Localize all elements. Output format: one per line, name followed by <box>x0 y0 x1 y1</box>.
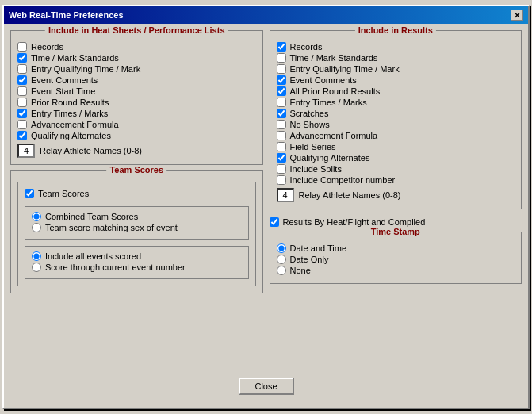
res-qual-alts-row: Qualifying Alternates <box>277 153 515 163</box>
res-all-prior-row: All Prior Round Results <box>277 86 515 96</box>
res-time-mark-row: Time / Mark Standards <box>277 53 515 63</box>
timestamp-group: Time Stamp Date and Time Date Only None <box>270 232 522 284</box>
ts-none-label: None <box>290 266 311 275</box>
ts-date-time-radio[interactable] <box>277 243 286 253</box>
include-all-events-radio[interactable] <box>32 251 41 261</box>
hs-event-comments-checkbox[interactable] <box>17 75 27 85</box>
hs-qual-alts-row: Qualifying Alternates <box>17 131 256 140</box>
res-include-competitor-checkbox[interactable] <box>277 175 286 185</box>
hs-prior-round-row: Prior Round Results <box>17 98 256 107</box>
hs-entry-qual-checkbox[interactable] <box>17 64 27 74</box>
res-field-series-label: Field Series <box>290 142 336 151</box>
res-qual-alts-label: Qualifying Alternates <box>290 153 370 163</box>
team-scores-radio-group2: Include all events scored Score through … <box>25 246 249 279</box>
results-by-heat-label: Results By Heat/Flight and Compiled <box>283 217 426 227</box>
res-include-competitor-row: Include Competitor number <box>277 175 515 185</box>
res-no-shows-row: No Shows <box>277 120 515 129</box>
res-scratches-checkbox[interactable] <box>277 109 286 118</box>
combined-team-radio[interactable] <box>32 212 41 221</box>
main-row: Include in Heat Sheets / Performance Lis… <box>10 30 522 368</box>
res-entry-times-label: Entry Times / Marks <box>290 98 367 107</box>
heat-sheets-group: Include in Heat Sheets / Performance Lis… <box>10 30 263 165</box>
res-include-competitor-label: Include Competitor number <box>290 175 396 185</box>
hs-time-mark-checkbox[interactable] <box>17 53 27 63</box>
right-column: Include in Results Records Time / Mark S… <box>270 30 522 368</box>
hs-entry-times-checkbox[interactable] <box>17 109 27 118</box>
hs-entry-qual-row: Entry Qualifying Time / Mark <box>17 64 256 74</box>
res-event-comments-checkbox[interactable] <box>277 75 286 85</box>
ts-date-time-row: Date and Time <box>277 243 515 253</box>
res-qual-alts-checkbox[interactable] <box>277 153 286 163</box>
heat-sheets-label: Include in Heat Sheets / Performance Lis… <box>45 25 228 35</box>
res-time-mark-checkbox[interactable] <box>277 53 286 63</box>
res-records-label: Records <box>290 42 323 52</box>
res-include-splits-checkbox[interactable] <box>277 164 286 174</box>
include-all-events-label: Include all events scored <box>45 251 141 261</box>
res-advancement-label: Advancement Formula <box>290 131 378 140</box>
ts-none-radio[interactable] <box>277 266 286 275</box>
res-all-prior-label: All Prior Round Results <box>290 86 381 96</box>
left-column: Include in Heat Sheets / Performance Lis… <box>10 30 263 368</box>
title-bar: Web Real-Time Preferences ✕ <box>4 6 528 24</box>
res-entry-times-checkbox[interactable] <box>277 98 286 107</box>
combined-team-label: Combined Team Scores <box>45 212 138 221</box>
team-scores-inner: Team Scores Combined Team Scores Team sc… <box>17 182 256 286</box>
ts-date-only-radio[interactable] <box>277 255 286 264</box>
hs-advancement-checkbox[interactable] <box>17 120 27 129</box>
res-records-checkbox[interactable] <box>277 42 286 52</box>
score-through-current-radio[interactable] <box>32 263 41 272</box>
hs-relay-input[interactable] <box>17 144 35 158</box>
res-relay-label: Relay Athlete Names (0-8) <box>299 190 401 200</box>
hs-records-checkbox[interactable] <box>17 42 27 52</box>
res-relay-input[interactable] <box>277 188 294 202</box>
res-relay-row: Relay Athlete Names (0-8) <box>277 188 515 202</box>
content-area: Include in Heat Sheets / Performance Lis… <box>4 24 528 408</box>
score-through-current-label: Score through current event number <box>45 263 186 272</box>
res-event-comments-row: Event Comments <box>277 75 515 85</box>
res-all-prior-checkbox[interactable] <box>277 86 286 96</box>
res-entry-qual-label: Entry Qualifying Time / Mark <box>290 64 400 74</box>
hs-time-mark-row: Time / Mark Standards <box>17 53 256 63</box>
hs-records-label: Records <box>31 42 63 52</box>
hs-prior-round-checkbox[interactable] <box>17 98 27 107</box>
res-include-splits-row: Include Splits <box>277 164 515 174</box>
timestamp-group-label: Time Stamp <box>368 227 423 236</box>
hs-relay-row: Relay Athlete Names (0-8) <box>17 144 256 158</box>
hs-event-start-checkbox[interactable] <box>17 86 27 96</box>
res-entry-times-row: Entry Times / Marks <box>277 98 515 107</box>
res-entry-qual-checkbox[interactable] <box>277 64 286 74</box>
res-records-row: Records <box>277 42 515 52</box>
res-no-shows-label: No Shows <box>290 120 330 129</box>
hs-qual-alts-checkbox[interactable] <box>17 131 27 140</box>
team-sex-radio[interactable] <box>32 223 41 232</box>
team-scores-section: Team Scores Team Scores Combined Team Sc… <box>10 170 263 293</box>
ts-none-row: None <box>277 266 515 275</box>
hs-qual-alts-label: Qualifying Alternates <box>31 131 111 140</box>
res-field-series-row: Field Series <box>277 142 515 151</box>
ts-date-only-row: Date Only <box>277 255 515 264</box>
results-by-row: Results By Heat/Flight and Compiled <box>270 217 522 227</box>
team-score-sex-row: Team score matching sex of event <box>32 223 242 232</box>
team-scores-outer-label: Team Scores <box>106 165 166 174</box>
window-close-button[interactable]: ✕ <box>511 10 523 21</box>
close-button[interactable]: Close <box>239 378 294 395</box>
results-group-label: Include in Results <box>355 25 436 35</box>
hs-records-row: Records <box>17 42 256 52</box>
ts-date-only-label: Date Only <box>290 255 329 264</box>
res-advancement-checkbox[interactable] <box>277 131 286 140</box>
hs-entry-qual-label: Entry Qualifying Time / Mark <box>31 64 140 74</box>
res-no-shows-checkbox[interactable] <box>277 120 286 129</box>
ts-date-time-label: Date and Time <box>290 243 347 253</box>
res-event-comments-label: Event Comments <box>290 75 357 85</box>
footer: Close <box>10 373 522 401</box>
results-by-heat-checkbox[interactable] <box>270 217 279 227</box>
hs-relay-label: Relay Athlete Names (0-8) <box>40 146 142 155</box>
team-scores-checkbox[interactable] <box>25 189 34 198</box>
hs-advancement-label: Advancement Formula <box>31 120 119 129</box>
res-scratches-row: Scratches <box>277 109 515 118</box>
hs-advancement-row: Advancement Formula <box>17 120 256 129</box>
res-field-series-checkbox[interactable] <box>277 142 286 151</box>
res-advancement-row: Advancement Formula <box>277 131 515 140</box>
team-scores-checkbox-row: Team Scores <box>25 189 249 198</box>
combined-team-scores-row: Combined Team Scores <box>32 212 242 221</box>
